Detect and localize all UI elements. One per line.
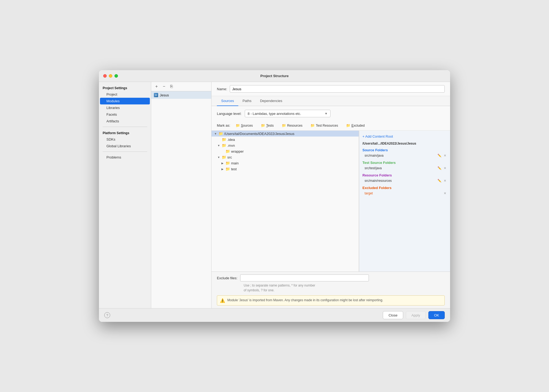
module-panel: + − ⎘ M Jesus: [151, 82, 212, 308]
sidebar-item-libraries[interactable]: Libraries: [100, 104, 150, 111]
tab-content-sources: Language level: 8 - Lambdas, type annota…: [212, 106, 450, 308]
mark-as-row: Mark as: 📁 Sources 📁 Tests: [212, 121, 450, 131]
traffic-lights: [103, 74, 118, 78]
exclude-hint: Use ; to separate name patterns, * for a…: [217, 283, 445, 293]
test-folder-icon: 📁: [225, 167, 230, 171]
minimize-button[interactable]: [109, 74, 112, 78]
sidebar: Project Settings Project Modules Librari…: [99, 82, 151, 308]
sidebar-item-sdks[interactable]: SDKs: [100, 136, 150, 143]
tree-item-src-label: src: [227, 155, 232, 159]
footer-right: Close Apply OK: [383, 311, 445, 319]
chevron-down-icon: ▼: [214, 132, 217, 135]
platform-settings-label: Platform Settings: [99, 129, 151, 136]
tree-panel-row: ▼ 📁 /Users/tal/Documents/IDEA2022/Jesus/…: [212, 131, 450, 272]
sources-folder-icon: 📁: [236, 123, 240, 127]
remove-excluded-folder-button[interactable]: ✕: [443, 191, 447, 195]
window-title: Project Structure: [260, 74, 288, 78]
tree-area: ▼ 📁 /Users/tal/Documents/IDEA2022/Jesus/…: [212, 131, 359, 272]
sidebar-item-facets[interactable]: Facets: [100, 111, 150, 118]
divider-1: [103, 127, 147, 127]
mark-sources-button[interactable]: 📁 Sources: [233, 123, 255, 128]
apply-button[interactable]: Apply: [406, 311, 426, 319]
tab-paths[interactable]: Paths: [238, 96, 256, 106]
main-folder-icon: 📁: [225, 161, 230, 165]
add-module-button[interactable]: +: [153, 84, 160, 89]
source-folder-item-java: src/main/java ✏️ ✕: [362, 153, 447, 158]
tree-item-test[interactable]: ▶ 📁 test: [212, 166, 359, 172]
mark-resources-label: Resources: [287, 124, 302, 127]
resource-folder-actions: ✏️ ✕: [437, 179, 447, 183]
mark-tests-label: Tests: [266, 124, 274, 127]
maximize-button[interactable]: [114, 74, 118, 78]
excluded-folders-title: Excluded Folders: [362, 186, 447, 190]
mark-sources-label: Sources: [241, 124, 253, 127]
tree-item-src[interactable]: ▼ 📁 src: [212, 154, 359, 160]
resources-folder-icon: 📁: [282, 123, 286, 127]
tab-dependencies[interactable]: Dependencies: [256, 96, 287, 106]
tree-item-wrapper[interactable]: 📁 wrapper: [212, 148, 359, 154]
resource-folders-title: Resource Folders: [362, 173, 447, 177]
name-row: Name:: [212, 82, 450, 96]
language-level-select[interactable]: 8 - Lambdas, type annotations etc. ▼: [245, 110, 331, 117]
sidebar-item-problems[interactable]: Problems: [100, 154, 150, 161]
tree-item-idea[interactable]: 📁 .idea: [212, 137, 359, 142]
edit-resource-folder-button[interactable]: ✏️: [437, 179, 442, 183]
language-level-label: Language level:: [217, 112, 242, 116]
root-folder-icon: 📁: [218, 131, 223, 136]
sidebar-item-artifacts[interactable]: Artifacts: [100, 118, 150, 125]
close-button[interactable]: [103, 74, 107, 78]
close-button[interactable]: Close: [383, 311, 403, 319]
excluded-folder-icon: 📁: [346, 123, 350, 127]
mark-tests-button[interactable]: 📁 Tests: [258, 123, 276, 128]
tree-item-mvn[interactable]: ▼ 📁 .mvn: [212, 142, 359, 148]
test-source-folders-title: Test Source Folders: [362, 161, 447, 165]
tests-folder-icon: 📁: [261, 123, 265, 127]
ok-button[interactable]: OK: [428, 311, 445, 319]
sidebar-item-project[interactable]: Project: [100, 91, 150, 98]
language-level-row: Language level: 8 - Lambdas, type annota…: [212, 106, 450, 121]
language-level-value: 8 - Lambdas, type annotations etc.: [248, 112, 323, 116]
warning-icon: ⚠️: [220, 298, 225, 303]
test-source-folder-item-java: src/test/java ✏️ ✕: [362, 166, 447, 171]
sidebar-item-global-libraries[interactable]: Global Libraries: [100, 143, 150, 149]
excluded-folder-path: target: [365, 191, 443, 195]
help-button[interactable]: ?: [104, 312, 110, 318]
exclude-files-input[interactable]: [240, 274, 369, 281]
remove-source-folder-button[interactable]: ✕: [443, 154, 447, 157]
chevron-down-icon: ▼: [217, 144, 221, 147]
tab-sources[interactable]: Sources: [217, 96, 238, 106]
copy-module-button[interactable]: ⎘: [168, 84, 175, 89]
tree-root-item[interactable]: ▼ 📁 /Users/tal/Documents/IDEA2022/Jesus/…: [212, 131, 359, 137]
module-item-jesus[interactable]: M Jesus: [151, 91, 211, 99]
mark-excluded-button[interactable]: 📁 Excluded: [343, 123, 367, 128]
edit-source-folder-button[interactable]: ✏️: [437, 154, 442, 157]
excluded-folder-item: target ✕: [362, 191, 447, 196]
remove-test-source-folder-button[interactable]: ✕: [443, 166, 447, 170]
tree-item-mvn-label: .mvn: [227, 144, 235, 148]
resource-folder-item: src/main/resources ✏️ ✕: [362, 178, 447, 183]
mark-test-resources-label: Test Resources: [316, 124, 338, 127]
tree-item-main-label: main: [231, 161, 239, 165]
edit-test-source-folder-button[interactable]: ✏️: [437, 166, 442, 170]
mark-resources-button[interactable]: 📁 Resources: [279, 123, 305, 128]
exclude-files-label: Exclude files:: [217, 276, 238, 280]
excluded-folder-actions: ✕: [443, 191, 447, 195]
sidebar-item-modules[interactable]: Modules: [100, 98, 150, 104]
resource-folder-path: src/main/resources: [365, 179, 437, 183]
remove-resource-folder-button[interactable]: ✕: [443, 179, 447, 183]
tree-root-path: /Users/tal/Documents/IDEA2022/Jesus/Jesu…: [224, 132, 294, 136]
name-input[interactable]: [230, 85, 445, 93]
mark-as-label: Mark as:: [217, 123, 230, 127]
tree-item-main[interactable]: ▶ 📁 main: [212, 160, 359, 166]
remove-module-button[interactable]: −: [161, 84, 167, 89]
mark-test-resources-button[interactable]: 📁 Test Resources: [308, 123, 341, 128]
footer: ? Close Apply OK: [99, 308, 450, 322]
idea-folder-icon: 📁: [222, 137, 226, 142]
source-folders-title: Source Folders: [362, 148, 447, 152]
titlebar: Project Structure: [99, 70, 450, 82]
footer-left: ?: [104, 312, 110, 318]
add-content-root-button[interactable]: + Add Content Root: [362, 134, 393, 139]
exclude-files-row: Exclude files:: [217, 274, 445, 281]
source-folder-path: src/main/java: [365, 154, 437, 157]
tree-item-idea-label: .idea: [227, 138, 235, 142]
